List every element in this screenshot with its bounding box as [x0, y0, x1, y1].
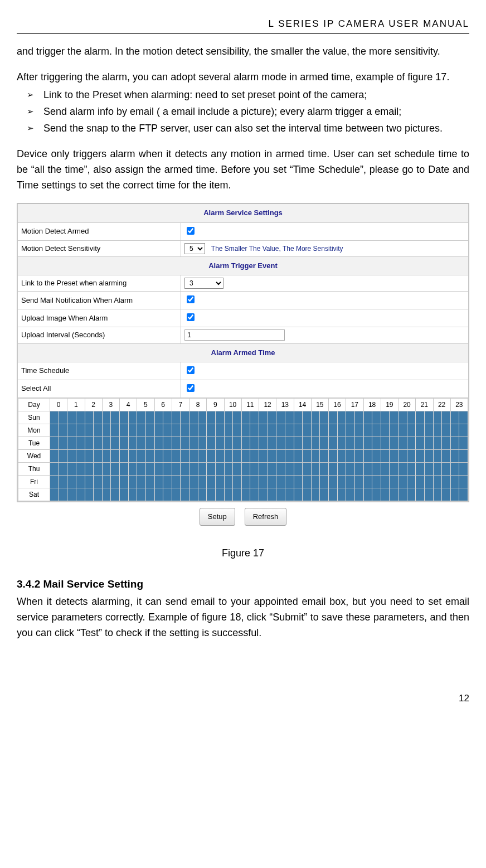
- schedule-cell[interactable]: [172, 411, 181, 424]
- schedule-cell[interactable]: [390, 488, 398, 501]
- schedule-cell[interactable]: [163, 424, 172, 437]
- schedule-cell[interactable]: [268, 450, 276, 463]
- schedule-cell[interactable]: [137, 463, 146, 476]
- schedule-cell[interactable]: [398, 411, 407, 424]
- schedule-cell[interactable]: [120, 476, 129, 488]
- schedule-cell[interactable]: [145, 476, 154, 488]
- schedule-cell[interactable]: [416, 476, 425, 488]
- schedule-cell[interactable]: [120, 424, 129, 437]
- schedule-cell[interactable]: [224, 411, 233, 424]
- schedule-cell[interactable]: [207, 450, 216, 463]
- schedule-cell[interactable]: [67, 450, 76, 463]
- schedule-cell[interactable]: [102, 488, 111, 501]
- schedule-cell[interactable]: [137, 437, 146, 450]
- schedule-cell[interactable]: [59, 424, 67, 437]
- schedule-cell[interactable]: [433, 424, 442, 437]
- schedule-cell[interactable]: [172, 450, 181, 463]
- schedule-grid[interactable]: Day0123456789101112131415161718192021222…: [18, 398, 468, 501]
- schedule-cell[interactable]: [181, 463, 189, 476]
- schedule-cell[interactable]: [268, 476, 276, 488]
- schedule-cell[interactable]: [294, 450, 303, 463]
- schedule-cell[interactable]: [407, 437, 416, 450]
- schedule-cell[interactable]: [407, 463, 416, 476]
- schedule-cell[interactable]: [311, 411, 320, 424]
- schedule-cell[interactable]: [276, 476, 285, 488]
- schedule-cell[interactable]: [320, 463, 329, 476]
- schedule-cell[interactable]: [381, 476, 390, 488]
- schedule-cell[interactable]: [320, 437, 329, 450]
- schedule-cell[interactable]: [337, 463, 346, 476]
- schedule-cell[interactable]: [128, 476, 137, 488]
- select-link-preset[interactable]: 3: [184, 278, 223, 289]
- schedule-cell[interactable]: [172, 488, 181, 501]
- schedule-cell[interactable]: [416, 488, 425, 501]
- schedule-cell[interactable]: [285, 463, 294, 476]
- schedule-cell[interactable]: [354, 437, 363, 450]
- schedule-cell[interactable]: [85, 488, 94, 501]
- schedule-cell[interactable]: [329, 476, 338, 488]
- setup-button[interactable]: Setup: [200, 508, 235, 526]
- schedule-cell[interactable]: [250, 424, 259, 437]
- schedule-cell[interactable]: [120, 450, 129, 463]
- schedule-cell[interactable]: [94, 424, 103, 437]
- schedule-cell[interactable]: [433, 450, 442, 463]
- schedule-cell[interactable]: [154, 424, 163, 437]
- schedule-cell[interactable]: [259, 476, 268, 488]
- schedule-cell[interactable]: [94, 463, 103, 476]
- schedule-cell[interactable]: [407, 488, 416, 501]
- schedule-cell[interactable]: [145, 463, 154, 476]
- schedule-cell[interactable]: [276, 488, 285, 501]
- checkbox-upload-image[interactable]: [187, 313, 195, 321]
- schedule-cell[interactable]: [207, 476, 216, 488]
- schedule-cell[interactable]: [241, 488, 250, 501]
- schedule-cell[interactable]: [390, 437, 398, 450]
- schedule-cell[interactable]: [154, 488, 163, 501]
- schedule-cell[interactable]: [94, 488, 103, 501]
- schedule-cell[interactable]: [433, 411, 442, 424]
- schedule-cell[interactable]: [59, 463, 67, 476]
- schedule-cell[interactable]: [94, 411, 103, 424]
- schedule-cell[interactable]: [172, 437, 181, 450]
- schedule-cell[interactable]: [102, 437, 111, 450]
- schedule-cell[interactable]: [189, 450, 198, 463]
- schedule-cell[interactable]: [320, 476, 329, 488]
- schedule-cell[interactable]: [407, 450, 416, 463]
- schedule-cell[interactable]: [337, 437, 346, 450]
- schedule-cell[interactable]: [128, 450, 137, 463]
- schedule-cell[interactable]: [285, 476, 294, 488]
- schedule-cell[interactable]: [163, 411, 172, 424]
- schedule-cell[interactable]: [67, 476, 76, 488]
- schedule-cell[interactable]: [67, 463, 76, 476]
- schedule-cell[interactable]: [450, 450, 459, 463]
- schedule-cell[interactable]: [363, 463, 372, 476]
- schedule-cell[interactable]: [259, 450, 268, 463]
- schedule-cell[interactable]: [163, 488, 172, 501]
- schedule-cell[interactable]: [450, 437, 459, 450]
- schedule-cell[interactable]: [303, 476, 312, 488]
- schedule-cell[interactable]: [381, 488, 390, 501]
- schedule-cell[interactable]: [459, 411, 468, 424]
- schedule-cell[interactable]: [59, 488, 67, 501]
- schedule-cell[interactable]: [76, 411, 85, 424]
- schedule-cell[interactable]: [407, 411, 416, 424]
- schedule-cell[interactable]: [294, 411, 303, 424]
- schedule-cell[interactable]: [59, 437, 67, 450]
- schedule-cell[interactable]: [398, 424, 407, 437]
- schedule-cell[interactable]: [381, 424, 390, 437]
- schedule-cell[interactable]: [459, 450, 468, 463]
- schedule-cell[interactable]: [311, 437, 320, 450]
- schedule-cell[interactable]: [189, 463, 198, 476]
- schedule-cell[interactable]: [67, 488, 76, 501]
- schedule-cell[interactable]: [398, 463, 407, 476]
- schedule-cell[interactable]: [294, 463, 303, 476]
- schedule-cell[interactable]: [137, 488, 146, 501]
- schedule-cell[interactable]: [198, 411, 207, 424]
- schedule-cell[interactable]: [381, 463, 390, 476]
- schedule-cell[interactable]: [207, 488, 216, 501]
- schedule-cell[interactable]: [459, 424, 468, 437]
- schedule-cell[interactable]: [76, 488, 85, 501]
- schedule-cell[interactable]: [215, 488, 224, 501]
- schedule-cell[interactable]: [207, 463, 216, 476]
- schedule-cell[interactable]: [111, 450, 120, 463]
- schedule-cell[interactable]: [76, 463, 85, 476]
